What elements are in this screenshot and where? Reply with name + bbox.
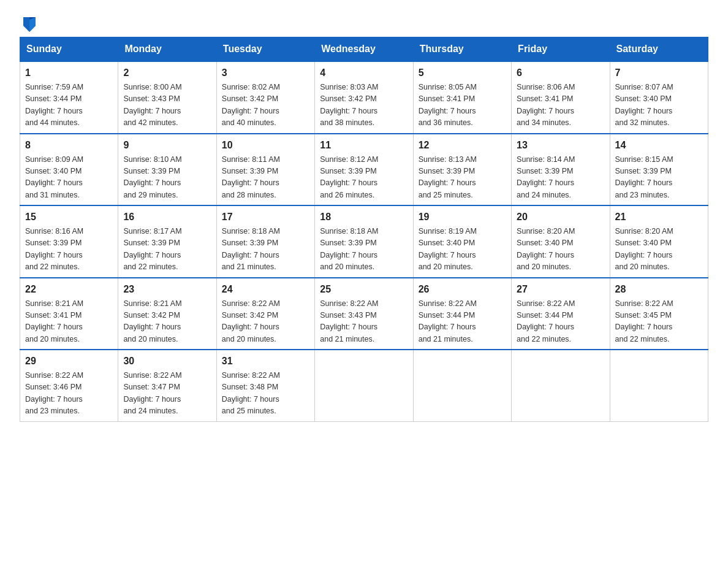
day-info: Sunrise: 8:22 AMSunset: 3:48 PMDaylight:… [222,370,309,418]
day-number: 29 [25,354,113,369]
calendar-day-cell: 15Sunrise: 8:16 AMSunset: 3:39 PMDayligh… [20,205,118,278]
calendar-day-cell: 4Sunrise: 8:03 AMSunset: 3:42 PMDaylight… [315,61,413,134]
day-info: Sunrise: 8:00 AMSunset: 3:43 PMDaylight:… [123,82,211,129]
calendar-day-cell [413,350,511,421]
calendar-day-cell: 17Sunrise: 8:18 AMSunset: 3:39 PMDayligh… [216,205,314,278]
day-number: 30 [123,354,211,369]
day-info: Sunrise: 8:07 AMSunset: 3:40 PMDaylight:… [615,82,703,129]
day-info: Sunrise: 8:14 AMSunset: 3:39 PMDaylight:… [517,154,604,202]
day-of-week-header: Sunday [20,37,118,62]
calendar-day-cell: 18Sunrise: 8:18 AMSunset: 3:39 PMDayligh… [315,205,413,278]
calendar-day-cell: 1Sunrise: 7:59 AMSunset: 3:44 PMDaylight… [20,61,118,134]
calendar-day-cell: 13Sunrise: 8:14 AMSunset: 3:39 PMDayligh… [512,134,610,206]
calendar-week-row: 22Sunrise: 8:21 AMSunset: 3:41 PMDayligh… [20,278,708,350]
calendar-day-cell: 31Sunrise: 8:22 AMSunset: 3:48 PMDayligh… [216,350,314,421]
day-info: Sunrise: 8:21 AMSunset: 3:42 PMDaylight:… [123,298,211,346]
page-header [20,15,708,32]
day-number: 3 [222,66,309,80]
calendar-day-cell [512,350,610,421]
day-number: 11 [320,138,408,153]
svg-marker-1 [29,17,36,32]
day-number: 14 [615,138,703,153]
day-of-week-header: Friday [512,37,610,62]
calendar-day-cell: 27Sunrise: 8:22 AMSunset: 3:44 PMDayligh… [512,278,610,350]
day-number: 6 [517,66,604,80]
day-number: 16 [123,210,211,224]
day-info: Sunrise: 7:59 AMSunset: 3:44 PMDaylight:… [25,82,113,129]
day-info: Sunrise: 8:05 AMSunset: 3:41 PMDaylight:… [419,82,506,129]
day-info: Sunrise: 8:17 AMSunset: 3:39 PMDaylight:… [123,226,211,274]
day-of-week-header: Wednesday [315,37,413,62]
calendar-day-cell: 20Sunrise: 8:20 AMSunset: 3:40 PMDayligh… [512,205,610,278]
day-info: Sunrise: 8:03 AMSunset: 3:42 PMDaylight:… [320,82,408,129]
day-number: 31 [222,354,309,369]
day-info: Sunrise: 8:22 AMSunset: 3:46 PMDaylight:… [25,370,113,418]
calendar-week-row: 15Sunrise: 8:16 AMSunset: 3:39 PMDayligh… [20,205,708,278]
calendar-day-cell: 6Sunrise: 8:06 AMSunset: 3:41 PMDaylight… [512,61,610,134]
day-number: 10 [222,138,309,153]
calendar-header-row: SundayMondayTuesdayWednesdayThursdayFrid… [20,37,708,62]
day-info: Sunrise: 8:18 AMSunset: 3:39 PMDaylight:… [222,226,309,274]
day-number: 2 [123,66,211,80]
calendar-day-cell: 11Sunrise: 8:12 AMSunset: 3:39 PMDayligh… [315,134,413,206]
day-info: Sunrise: 8:16 AMSunset: 3:39 PMDaylight:… [25,226,113,274]
day-info: Sunrise: 8:11 AMSunset: 3:39 PMDaylight:… [222,154,309,202]
calendar-day-cell: 5Sunrise: 8:05 AMSunset: 3:41 PMDaylight… [413,61,511,134]
calendar-day-cell [610,350,708,421]
day-info: Sunrise: 8:22 AMSunset: 3:47 PMDaylight:… [123,370,211,418]
calendar-week-row: 1Sunrise: 7:59 AMSunset: 3:44 PMDaylight… [20,61,708,134]
day-info: Sunrise: 8:02 AMSunset: 3:42 PMDaylight:… [222,82,309,129]
day-number: 13 [517,138,604,153]
day-info: Sunrise: 8:09 AMSunset: 3:40 PMDaylight:… [25,154,113,202]
day-info: Sunrise: 8:19 AMSunset: 3:40 PMDaylight:… [419,226,506,274]
day-number: 18 [320,210,408,224]
day-info: Sunrise: 8:06 AMSunset: 3:41 PMDaylight:… [517,82,604,129]
day-number: 17 [222,210,309,224]
day-number: 26 [419,282,506,297]
day-number: 24 [222,282,309,297]
calendar-day-cell: 19Sunrise: 8:19 AMSunset: 3:40 PMDayligh… [413,205,511,278]
day-number: 20 [517,210,604,224]
day-info: Sunrise: 8:18 AMSunset: 3:39 PMDaylight:… [320,226,408,274]
day-number: 15 [25,210,113,224]
day-info: Sunrise: 8:22 AMSunset: 3:44 PMDaylight:… [517,298,604,346]
day-number: 5 [419,66,506,80]
calendar-day-cell: 14Sunrise: 8:15 AMSunset: 3:39 PMDayligh… [610,134,708,206]
calendar-day-cell: 26Sunrise: 8:22 AMSunset: 3:44 PMDayligh… [413,278,511,350]
calendar-day-cell: 21Sunrise: 8:20 AMSunset: 3:40 PMDayligh… [610,205,708,278]
calendar-day-cell: 25Sunrise: 8:22 AMSunset: 3:43 PMDayligh… [315,278,413,350]
day-info: Sunrise: 8:12 AMSunset: 3:39 PMDaylight:… [320,154,408,202]
calendar-week-row: 29Sunrise: 8:22 AMSunset: 3:46 PMDayligh… [20,350,708,421]
calendar-day-cell: 12Sunrise: 8:13 AMSunset: 3:39 PMDayligh… [413,134,511,206]
day-number: 27 [517,282,604,297]
day-number: 4 [320,66,408,80]
day-number: 28 [615,282,703,297]
day-number: 22 [25,282,113,297]
calendar-day-cell: 24Sunrise: 8:22 AMSunset: 3:42 PMDayligh… [216,278,314,350]
day-number: 12 [419,138,506,153]
day-info: Sunrise: 8:20 AMSunset: 3:40 PMDaylight:… [517,226,604,274]
calendar-day-cell: 3Sunrise: 8:02 AMSunset: 3:42 PMDaylight… [216,61,314,134]
calendar-day-cell: 2Sunrise: 8:00 AMSunset: 3:43 PMDaylight… [118,61,216,134]
calendar-day-cell: 22Sunrise: 8:21 AMSunset: 3:41 PMDayligh… [20,278,118,350]
day-info: Sunrise: 8:10 AMSunset: 3:39 PMDaylight:… [123,154,211,202]
logo [20,15,39,32]
day-number: 8 [25,138,113,153]
calendar-day-cell: 29Sunrise: 8:22 AMSunset: 3:46 PMDayligh… [20,350,118,421]
calendar-day-cell: 7Sunrise: 8:07 AMSunset: 3:40 PMDaylight… [610,61,708,134]
day-info: Sunrise: 8:22 AMSunset: 3:44 PMDaylight:… [419,298,506,346]
logo-icon [21,15,38,32]
day-number: 21 [615,210,703,224]
calendar-day-cell: 28Sunrise: 8:22 AMSunset: 3:45 PMDayligh… [610,278,708,350]
day-number: 25 [320,282,408,297]
calendar-day-cell: 30Sunrise: 8:22 AMSunset: 3:47 PMDayligh… [118,350,216,421]
day-number: 19 [419,210,506,224]
calendar-day-cell: 10Sunrise: 8:11 AMSunset: 3:39 PMDayligh… [216,134,314,206]
day-number: 23 [123,282,211,297]
calendar-day-cell: 16Sunrise: 8:17 AMSunset: 3:39 PMDayligh… [118,205,216,278]
day-info: Sunrise: 8:22 AMSunset: 3:43 PMDaylight:… [320,298,408,346]
calendar-table: SundayMondayTuesdayWednesdayThursdayFrid… [20,37,708,422]
day-of-week-header: Thursday [413,37,511,62]
day-number: 1 [25,66,113,80]
day-info: Sunrise: 8:15 AMSunset: 3:39 PMDaylight:… [615,154,703,202]
